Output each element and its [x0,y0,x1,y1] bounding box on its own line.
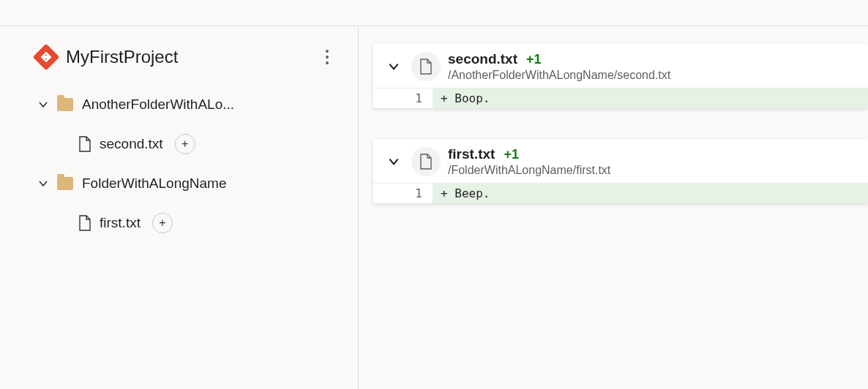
diff-line-prefix: + [441,91,448,105]
diff-filename: second.txt [448,51,517,67]
diff-line-text: Beep. [454,186,490,200]
diff-list-pane: second.txt +1 /AnotherFolderWithALongNam… [359,26,868,389]
folder-label: FolderWithALongName [82,175,226,192]
file-chip-icon [411,52,441,81]
file-icon [419,154,433,170]
file-tree: AnotherFolderWithALo... second.txt + Fol… [15,85,343,243]
diff-card: first.txt +1 /FolderWithALongName/first.… [373,139,868,203]
project-title-group: MyFirstProject [37,47,178,67]
chevron-down-icon [387,60,400,73]
file-icon [78,214,92,232]
diff-filepath: /FolderWithALongName/first.txt [448,164,610,177]
added-badge-icon: + [152,213,173,233]
main-split: MyFirstProject AnotherFolderWithALo... s… [0,26,868,389]
folder-icon [57,98,73,111]
project-header: MyFirstProject [15,47,343,85]
tree-file-row[interactable]: first.txt + [37,203,343,243]
file-label: first.txt [100,215,141,231]
top-toolbar-strip [0,0,868,26]
file-icon [419,58,433,75]
file-icon [78,135,92,153]
diff-card-header: first.txt +1 /FolderWithALongName/first.… [373,139,868,183]
tree-folder-row[interactable]: FolderWithALongName [37,164,343,203]
tree-folder-row[interactable]: AnotherFolderWithALo... [37,85,343,124]
diff-line-text: Boop. [454,91,490,105]
project-more-button[interactable] [317,47,337,67]
diff-code-line: + Boop. [433,88,868,108]
diff-body: 1 + Boop. [373,88,868,108]
diff-body: 1 + Beep. [373,183,868,203]
diff-line-number: 1 [373,88,433,108]
chevron-down-icon [387,155,400,168]
file-chip-icon [411,147,441,176]
collapse-toggle-button[interactable] [384,151,404,172]
diff-line-number: 1 [373,184,433,203]
folder-label: AnotherFolderWithALo... [82,97,234,113]
diff-title-block: second.txt +1 /AnotherFolderWithALongNam… [448,51,670,82]
collapse-toggle-button[interactable] [384,56,404,77]
tree-file-row[interactable]: second.txt + [37,124,343,164]
diff-card-header: second.txt +1 /AnotherFolderWithALongNam… [373,44,868,88]
git-repo-icon [33,44,60,71]
diff-card: second.txt +1 /AnotherFolderWithALongNam… [373,44,868,108]
chevron-down-icon [37,98,50,111]
diff-additions-badge: +1 [504,147,519,162]
changes-tree-pane: MyFirstProject AnotherFolderWithALo... s… [0,26,359,389]
folder-icon [57,177,73,190]
diff-code-line: + Beep. [433,184,868,203]
project-name: MyFirstProject [66,47,178,67]
file-label: second.txt [100,136,163,152]
more-vertical-icon [326,50,329,64]
diff-additions-badge: +1 [526,52,542,67]
diff-filepath: /AnotherFolderWithALongName/second.txt [448,69,670,82]
added-badge-icon: + [175,134,195,154]
chevron-down-icon [37,177,50,190]
diff-title-block: first.txt +1 /FolderWithALongName/first.… [448,146,610,177]
diff-filename: first.txt [448,146,495,162]
diff-line-prefix: + [441,186,448,200]
